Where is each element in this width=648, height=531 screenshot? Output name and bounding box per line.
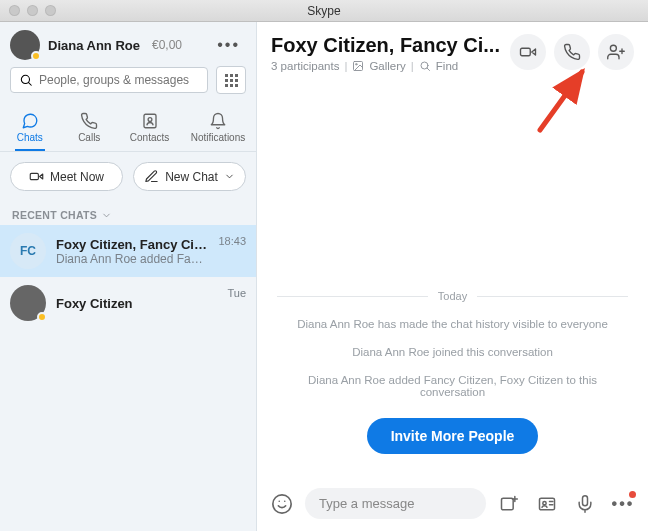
user-balance[interactable]: €0,00	[152, 38, 182, 52]
chat-avatar	[10, 285, 46, 321]
sidebar: Diana Ann Roe €0,00 ••• Chats Calls	[0, 22, 257, 531]
tab-calls-label: Calls	[78, 132, 100, 143]
chat-icon	[21, 112, 39, 130]
status-away-icon	[37, 312, 47, 322]
gallery-link[interactable]: Gallery	[369, 60, 405, 72]
card-icon	[537, 494, 557, 514]
message-input[interactable]: Type a message	[305, 488, 486, 519]
svg-rect-10	[502, 498, 514, 510]
tab-contacts-label: Contacts	[130, 132, 169, 143]
svg-rect-13	[583, 495, 588, 505]
voice-message-button[interactable]	[570, 489, 600, 519]
search-input[interactable]	[10, 67, 208, 93]
image-plus-icon	[499, 494, 519, 514]
chevron-down-icon	[101, 210, 112, 221]
chat-preview: Diana Ann Roe added Fancy …	[56, 252, 208, 266]
dialpad-icon	[225, 74, 238, 87]
video-call-button[interactable]	[510, 34, 546, 70]
emoji-button[interactable]	[267, 489, 297, 519]
notification-badge	[629, 491, 636, 498]
contact-card-button[interactable]	[532, 489, 562, 519]
tab-notifications-label: Notifications	[191, 132, 245, 143]
add-people-button[interactable]	[598, 34, 634, 70]
chat-time: 18:43	[218, 235, 246, 247]
svg-point-5	[356, 64, 358, 66]
tab-contacts[interactable]: Contacts	[124, 108, 175, 151]
chevron-down-icon	[224, 171, 235, 182]
user-name[interactable]: Diana Ann Roe	[48, 38, 140, 53]
system-message: Diana Ann Roe has made the chat history …	[277, 318, 628, 330]
chat-item[interactable]: Foxy Citizen Tue	[0, 277, 256, 329]
tab-notifications[interactable]: Notifications	[185, 108, 251, 151]
system-message: Diana Ann Roe joined this conversation	[277, 346, 628, 358]
window-title: Skype	[0, 4, 648, 18]
compose-icon	[144, 169, 159, 184]
microphone-icon	[575, 494, 595, 514]
recent-chats-header[interactable]: RECENT CHATS	[0, 201, 256, 225]
svg-rect-7	[521, 48, 531, 56]
bell-icon	[209, 112, 227, 130]
participants-link[interactable]: 3 participants	[271, 60, 339, 72]
svg-point-8	[610, 45, 616, 51]
contacts-icon	[141, 112, 159, 130]
tab-chats-label: Chats	[17, 132, 43, 143]
chat-name: Foxy Citizen	[56, 296, 217, 311]
meet-now-button[interactable]: Meet Now	[10, 162, 123, 191]
invite-more-button[interactable]: Invite More People	[367, 418, 539, 454]
main-panel: Foxy Citizen, Fancy Ci... 3 participants…	[257, 22, 648, 531]
chat-time: Tue	[227, 287, 246, 299]
tab-calls[interactable]: Calls	[64, 108, 114, 151]
gallery-icon	[352, 60, 364, 72]
svg-rect-3	[30, 173, 38, 179]
find-link[interactable]: Find	[436, 60, 458, 72]
svg-point-9	[273, 494, 291, 512]
emoji-icon	[271, 493, 293, 515]
svg-point-12	[543, 501, 546, 504]
new-chat-label: New Chat	[165, 170, 218, 184]
window-titlebar: Skype	[0, 0, 648, 22]
phone-icon	[563, 43, 581, 61]
chat-item[interactable]: FC Foxy Citizen, Fancy Citizen Diana Ann…	[0, 225, 256, 277]
tab-chats[interactable]: Chats	[5, 108, 55, 151]
video-icon	[519, 43, 537, 61]
day-divider: Today	[277, 290, 628, 302]
search-icon	[419, 60, 431, 72]
svg-point-2	[148, 118, 152, 122]
system-message: Diana Ann Roe added Fancy Citizen, Foxy …	[277, 374, 628, 398]
new-chat-button[interactable]: New Chat	[133, 162, 246, 191]
dialpad-button[interactable]	[216, 66, 246, 94]
search-field[interactable]	[39, 73, 199, 87]
add-user-icon	[607, 43, 625, 61]
svg-rect-11	[540, 498, 555, 510]
audio-call-button[interactable]	[554, 34, 590, 70]
status-away-icon	[31, 51, 41, 61]
user-avatar[interactable]	[10, 30, 40, 60]
meet-now-label: Meet Now	[50, 170, 104, 184]
video-icon	[29, 169, 44, 184]
more-icon[interactable]: •••	[211, 36, 246, 54]
phone-icon	[80, 112, 98, 130]
more-options-button[interactable]: •••	[608, 489, 638, 519]
chat-name: Foxy Citizen, Fancy Citizen	[56, 237, 208, 252]
conversation-title[interactable]: Foxy Citizen, Fancy Ci...	[271, 34, 502, 57]
search-icon	[19, 73, 33, 87]
add-files-button[interactable]	[494, 489, 524, 519]
chat-avatar: FC	[10, 233, 46, 269]
